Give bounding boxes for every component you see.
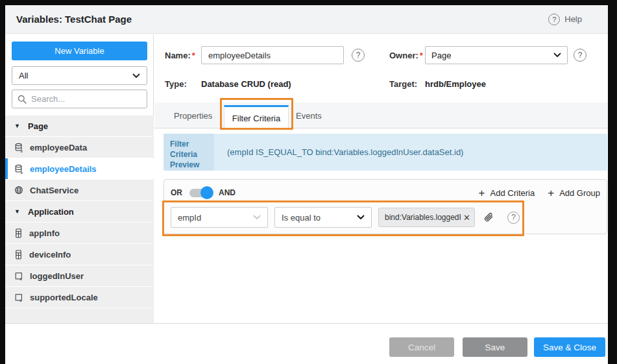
database-icon: x [14, 143, 23, 152]
sidebar-item-employeedata[interactable]: x employeeData [5, 137, 154, 158]
help-button[interactable]: ? Help [548, 14, 582, 25]
device-icon [14, 250, 23, 260]
sidebar-section-application[interactable]: ▼ Application [5, 201, 154, 222]
item-label: deviceInfo [29, 250, 71, 260]
chevron-down-icon [357, 215, 365, 220]
or-and-toggle[interactable] [188, 186, 213, 199]
criteria-panel-toolbar: OR AND + Add Criteria + Add Group [171, 185, 600, 200]
sidebar-section-page[interactable]: ▼ Page [5, 115, 154, 136]
owner-label: Owner:* [389, 51, 423, 60]
bind-paperclip-icon[interactable] [483, 212, 494, 223]
add-criteria-button[interactable]: + Add Criteria [479, 188, 535, 199]
item-label: supportedLocale [30, 293, 98, 302]
svg-text:x: x [20, 170, 23, 174]
name-label: Name:* [165, 51, 195, 60]
criteria-condition-value: Is equal to [282, 213, 321, 223]
save-button[interactable]: Save [463, 337, 527, 357]
search-input[interactable] [31, 94, 141, 104]
chevron-down-icon [132, 73, 140, 79]
search-icon [18, 95, 27, 104]
help-label: Help [564, 14, 582, 24]
sidebar-item-deviceinfo[interactable]: deviceInfo [5, 244, 154, 265]
database-icon: x [14, 164, 23, 174]
criteria-actions: + Add Criteria + Add Group [479, 188, 600, 199]
criteria-field-select[interactable]: empId [171, 207, 268, 228]
section-label: Page [28, 121, 48, 131]
required-mark: * [420, 51, 423, 60]
svg-text:x: x [19, 298, 22, 302]
variables-dialog: Variables: TestChat Page ? Help New Vari… [5, 5, 608, 364]
caret-down-icon: ▼ [14, 208, 22, 215]
dialog-footer: Cancel Save Save & Close [5, 323, 608, 364]
sidebar-filler [5, 308, 154, 323]
variables-sidebar: New Variable All ▼ Page x employeeData x… [5, 34, 154, 323]
save-and-close-button[interactable]: Save & Close [534, 337, 605, 357]
globe-icon [14, 186, 23, 195]
item-label: employeeDetails [30, 164, 97, 174]
chevron-down-icon [253, 215, 261, 220]
tab-filter-criteria[interactable]: Filter Criteria [224, 105, 289, 130]
preview-value: (empId IS_EQUAL_TO bind:Variables.logged… [214, 134, 607, 171]
dialog-header: Variables: TestChat Page ? Help [5, 5, 608, 34]
svg-text:x: x [20, 149, 23, 152]
name-help-icon[interactable]: ? [352, 49, 365, 62]
type-value: Database CRUD (read) [201, 79, 291, 89]
sidebar-item-supportedlocale[interactable]: x supportedLocale [5, 287, 154, 308]
tab-strip: Properties Events [154, 103, 608, 128]
target-value: hrdb/Employee [425, 79, 486, 89]
sidebar-item-chatservice[interactable]: ChatService [5, 180, 154, 200]
add-group-label: Add Group [559, 188, 600, 198]
static-variable-icon: x [14, 271, 23, 281]
section-label: Application [28, 207, 74, 217]
preview-label: Filter Criteria Preview [163, 134, 214, 171]
variable-filter-value: All [19, 71, 28, 80]
target-label: Target: [389, 79, 417, 89]
add-criteria-label: Add Criteria [490, 188, 535, 198]
name-input[interactable] [201, 46, 344, 64]
add-group-button[interactable]: + Add Group [548, 188, 600, 199]
toggle-knob [200, 186, 213, 199]
item-label: appInfo [29, 228, 60, 238]
required-mark: * [192, 51, 195, 60]
owner-select[interactable]: Page [425, 46, 568, 64]
svg-text:x: x [19, 276, 22, 281]
item-label: employeeData [30, 143, 87, 152]
variable-filter-select[interactable]: All [12, 66, 147, 85]
criteria-condition-select[interactable]: Is equal to [274, 207, 372, 228]
owner-value: Page [431, 51, 451, 60]
criteria-field-value: empId [178, 213, 201, 223]
item-label: loggedInUser [30, 271, 84, 281]
plus-icon: + [548, 188, 554, 199]
tab-events[interactable]: Events [296, 103, 322, 128]
filter-criteria-preview: Filter Criteria Preview (empId IS_EQUAL_… [163, 134, 607, 171]
criteria-panel: OR AND + Add Criteria + Add Group [163, 179, 607, 234]
caret-down-icon: ▼ [14, 123, 22, 129]
criteria-help-icon[interactable]: ? [507, 212, 520, 224]
cancel-button[interactable]: Cancel [389, 337, 454, 357]
type-label: Type: [165, 79, 187, 89]
sidebar-item-appinfo[interactable]: appInfo [5, 223, 154, 243]
new-variable-button[interactable]: New Variable [12, 42, 147, 60]
tab-properties[interactable]: Properties [174, 103, 212, 128]
sidebar-item-loggedinuser[interactable]: x loggedInUser [5, 265, 154, 286]
plus-icon: + [479, 188, 485, 199]
variable-list: ▼ Page x employeeData x employeeDetails … [5, 115, 154, 323]
and-label: AND [219, 188, 236, 197]
static-variable-icon: x [14, 293, 23, 302]
help-icon: ? [548, 14, 560, 25]
criteria-value-chip[interactable]: bind:Variables.loggedInU ✕ [378, 208, 475, 227]
search-box[interactable] [12, 90, 147, 108]
chevron-down-icon [553, 53, 561, 58]
criteria-row: empId Is equal to bind:Variables.loggedI… [171, 207, 520, 228]
item-label: ChatService [30, 186, 79, 195]
criteria-value-text: bind:Variables.loggedInU [385, 213, 461, 222]
device-icon [14, 228, 23, 238]
variable-detail-panel: Name:* ? Owner:* Page ? Type: Database C… [154, 34, 608, 323]
page-title: Variables: TestChat Page [16, 14, 132, 25]
sidebar-item-employeedetails[interactable]: x employeeDetails [5, 158, 154, 179]
close-icon[interactable]: ✕ [463, 213, 470, 222]
owner-help-icon[interactable]: ? [574, 49, 587, 62]
or-label: OR [171, 188, 182, 197]
